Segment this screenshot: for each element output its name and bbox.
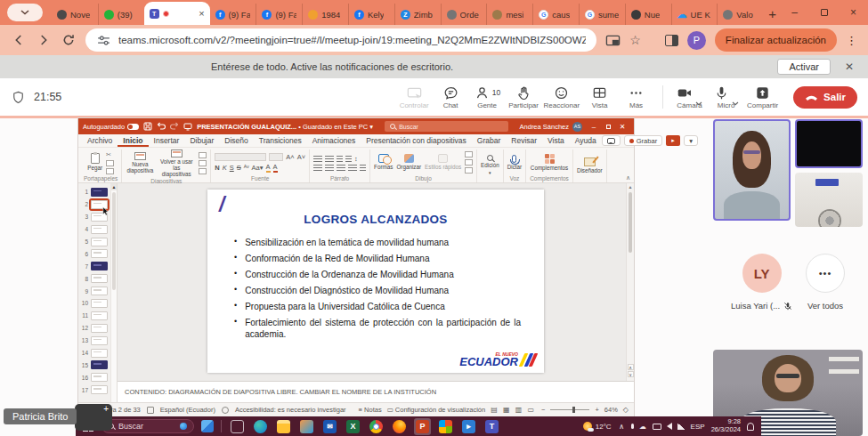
mic-icon[interactable] [631,424,634,429]
previous-slide-icon[interactable]: ∧ [628,364,634,370]
ppt-menu-tab-ayuda[interactable]: Ayuda [570,134,602,147]
browser-tab[interactable]: Orde [441,4,487,25]
highlight-color-icon[interactable]: A [266,163,271,173]
save-icon[interactable] [143,122,152,131]
thumbnail-preview[interactable] [91,299,108,308]
banner-close-icon[interactable]: ✕ [831,61,868,73]
browser-tab[interactable]: ZZimb [394,4,441,25]
browser-tab[interactable]: Nue [625,4,671,25]
chevron-up-icon[interactable]: ∧ [618,423,626,431]
ppt-menu-tab-dibujar[interactable]: Dibujar [184,134,219,147]
taskbar-search[interactable]: Buscar [101,419,194,433]
explorer-taskbar-icon[interactable] [275,418,292,435]
browser-tab[interactable]: (39) [98,4,144,25]
browser-tab[interactable]: f(9) Fa [256,4,302,25]
numbering-icon[interactable] [325,156,334,162]
slide-thumbnail-4[interactable]: 4 [79,223,110,236]
slide-nav-buttons[interactable]: ∧∨ [627,364,634,377]
shrink-font-icon[interactable]: A˅ [297,153,305,161]
ppt-menu-tab-transiciones[interactable]: Transiciones [254,134,307,147]
tab-close-icon[interactable]: × [199,8,204,19]
tab-search-chevron-button[interactable] [7,4,43,21]
volume-icon[interactable] [667,423,672,430]
url-text[interactable]: teams.microsoft.com/v2/?meetingjoin=true… [118,35,586,45]
plus-icon[interactable]: + [103,404,109,414]
underline-button[interactable]: S [230,164,234,172]
slide-thumbnail-13[interactable]: 13 [79,335,110,347]
meeting-control-compartir[interactable]: Compartir [744,85,781,109]
language-indicator[interactable]: Español (Ecuador) [160,406,215,414]
present-button[interactable]: ▾ [684,135,698,146]
taskbar-clock[interactable]: 9:2826/3/2024 [711,418,741,433]
thumbnail-preview[interactable] [91,324,108,333]
display-mode-icon[interactable] [183,122,192,131]
notification-center-icon[interactable] [747,423,754,431]
canvas-scrollbar[interactable]: ▲ ∧∨ [626,183,634,381]
thumbnail-preview[interactable] [91,360,108,369]
zoom-slider[interactable] [550,409,589,410]
zoom-level[interactable]: 64% [604,406,618,414]
participant-video-2-camera-off[interactable] [795,119,863,168]
scroll-up-icon[interactable]: ▲ [627,184,634,190]
back-icon[interactable] [11,32,27,48]
slide-thumbnail-6[interactable]: 6 [79,247,110,260]
slide-title[interactable]: LOGROS ALCANZADOS [207,213,544,226]
change-case-icon[interactable]: Aa▾ [252,164,264,172]
browser-tab[interactable]: Nove [52,4,98,25]
accessibility-status[interactable]: Accesibilidad: es necesario investigar [235,406,346,414]
weather-widget[interactable]: 12°C [583,422,612,431]
ppt-menu-tab-inicio[interactable]: Inicio [118,134,148,147]
display-settings[interactable]: ▭ Configuración de visualización [387,406,485,414]
meeting-control-gente[interactable]: 10Gente [469,85,506,109]
justify-icon[interactable] [348,165,357,171]
slide-thumbnail-15[interactable]: 15 [79,359,110,371]
thumbnail-preview[interactable] [91,225,108,234]
restore-button[interactable] [809,0,839,25]
mail-taskbar-icon[interactable]: ✉ [321,418,338,435]
current-slide[interactable]: / LOGROS ALCANZADOS •Sensibilización en … [207,190,544,373]
meeting-control-reaccionar[interactable]: Reaccionar [542,85,581,109]
scrollbar-thumb[interactable] [112,192,116,290]
minimize-button[interactable]: – [780,0,809,25]
thumbnail-scrollbar[interactable]: ▲ [110,183,117,402]
align-center-icon[interactable] [325,165,334,171]
slide-thumbnail-16[interactable]: 16 [79,371,110,384]
align-right-icon[interactable] [337,165,345,171]
cut-icon[interactable]: ✂ [106,151,111,158]
slide-thumbnail-14[interactable]: 14 [79,347,110,359]
fit-to-window-icon[interactable]: ◇ [623,406,629,414]
thumbnail-preview[interactable] [91,311,108,320]
avatar[interactable]: LY [742,254,782,293]
slide-thumbnail-7[interactable]: 7 [79,260,110,272]
floating-tile[interactable]: + [75,404,112,431]
strikethrough-button[interactable]: S [237,164,241,172]
meeting-control-vista[interactable]: Vista [581,85,618,109]
font-select[interactable] [215,153,266,161]
grow-font-icon[interactable]: A˄ [286,153,294,161]
picture-in-picture-icon[interactable] [605,33,621,48]
slide-thumbnail-2[interactable]: 2 [79,198,110,211]
shape-format-buttons[interactable] [465,151,473,174]
browser-tab[interactable]: ☁UE K [671,4,718,25]
meeting-control-chat[interactable]: Chat [433,85,469,109]
font-color-icon[interactable]: A [273,163,278,173]
excel-taskbar-icon[interactable]: X [345,418,361,435]
thumbnail-preview[interactable] [91,336,108,345]
ppt-menu-tab-insertar[interactable]: Insertar [149,134,185,147]
cast-taskbar-icon[interactable] [229,418,246,435]
display-icon[interactable] [653,424,661,430]
arrange-button[interactable]: Organizar [396,154,421,171]
shapes-button[interactable]: Formas [374,154,393,171]
slide-layout-buttons[interactable] [199,152,207,174]
char-spacing-icon[interactable]: ᴬᵛ [244,164,249,172]
increase-indent-icon[interactable] [345,156,352,162]
thumbnail-preview[interactable] [91,238,108,246]
proofing-icon[interactable] [147,407,154,414]
designer-button[interactable]: Diseñador [577,157,603,174]
leave-button[interactable]: Salir [793,86,857,109]
ppt-menu-tab-presentaci-n-con-diapositivas[interactable]: Presentación con diapositivas [361,134,471,147]
next-slide-icon[interactable]: ∨ [628,371,634,377]
cloud-icon[interactable]: ☁ [639,423,647,431]
scrollbar-thumb[interactable] [629,192,632,253]
thumbnail-preview[interactable] [91,274,108,283]
